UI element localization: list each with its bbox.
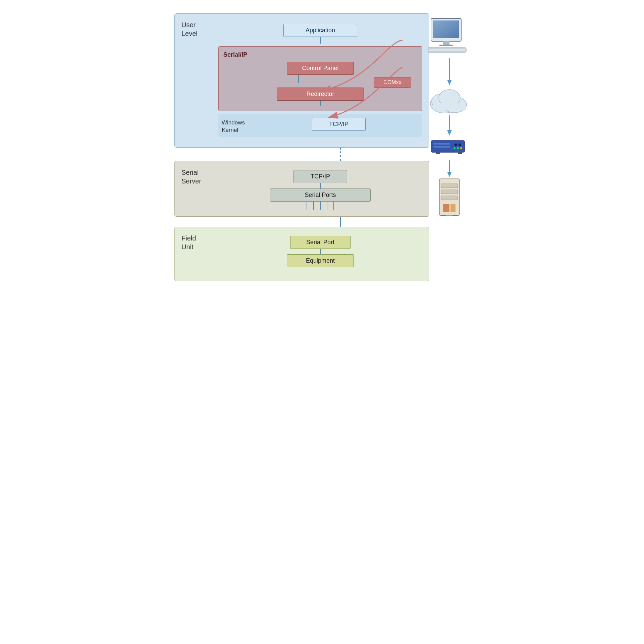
svg-rect-31: [441, 196, 458, 200]
svg-rect-13: [433, 103, 466, 110]
multi-connector-2: [313, 202, 314, 210]
arrow-cloud-to-router: [444, 115, 454, 136]
svg-rect-4: [439, 45, 453, 46]
serial-ports-box: Serial Ports: [270, 189, 371, 202]
tcpip-server-box: TCP/IP: [293, 170, 347, 183]
router-icon: [429, 136, 470, 159]
multi-connector-3: [320, 202, 321, 210]
right-panel: [413, 17, 486, 219]
arrow-computer-to-cloud: [444, 58, 454, 85]
svg-rect-2: [433, 20, 459, 38]
svg-rect-18: [433, 146, 450, 148]
control-panel-box: Control Panel: [287, 62, 354, 75]
svg-rect-33: [450, 204, 455, 212]
connector-serial-port-to-equipment: [320, 249, 321, 254]
svg-rect-29: [441, 184, 458, 188]
tcpip-windows-content: TCP/IP: [259, 118, 419, 131]
equipment-box: Equipment: [287, 254, 354, 267]
server-cabinet-icon: [434, 177, 465, 219]
serial-port-box: Serial Port: [290, 236, 351, 249]
serialip-region: Serial/IP Control Panel COMxx R: [218, 46, 422, 111]
svg-rect-17: [433, 143, 450, 145]
connector-server-to-field: [340, 217, 341, 227]
svg-rect-20: [459, 144, 461, 146]
cloud-icon: [426, 85, 473, 115]
svg-rect-25: [458, 152, 462, 154]
svg-rect-35: [452, 215, 458, 216]
dashed-connector: [340, 148, 341, 161]
svg-point-21: [453, 147, 455, 149]
svg-rect-3: [443, 41, 449, 45]
user-level-layer: User Level Application Serial/IP Control…: [174, 13, 429, 148]
computer-icon: [428, 17, 471, 55]
multi-connector-4: [327, 202, 327, 210]
arrow-router-to-server: [444, 160, 454, 177]
windows-kernel-label: Windows Kernel: [222, 118, 259, 134]
svg-point-23: [460, 147, 462, 149]
svg-rect-24: [436, 152, 440, 154]
svg-point-22: [457, 147, 459, 149]
svg-rect-6: [429, 49, 465, 51]
field-unit-layer: Field Unit Serial Port Equipment: [174, 227, 429, 281]
windows-kernel-section: Windows Kernel TCP/IP: [218, 114, 422, 137]
redirector-box: Redirector: [277, 88, 364, 101]
multi-connector-1: [307, 202, 307, 210]
serialip-label: Serial/IP: [223, 51, 417, 58]
serial-server-label: Serial Server: [181, 168, 218, 185]
svg-marker-27: [447, 172, 452, 177]
svg-rect-19: [454, 144, 457, 146]
tcpip-windows-box: TCP/IP: [312, 118, 366, 131]
connector-cp-to-redirector: [298, 75, 299, 83]
application-box: Application: [283, 24, 357, 37]
svg-rect-34: [441, 215, 446, 216]
serial-server-layer: Serial Server TCP/IP Serial Ports: [174, 161, 429, 217]
multi-connector-5: [333, 202, 334, 210]
comxx-box: COMxx: [374, 77, 411, 88]
svg-marker-15: [447, 130, 452, 136]
connector-tcpip-serialports: [320, 183, 321, 189]
connector-app-to-serialip: [320, 37, 321, 44]
svg-rect-32: [443, 204, 449, 212]
svg-rect-30: [441, 190, 458, 194]
connector-redirector-to-tcpip: [320, 101, 321, 106]
field-unit-label: Field Unit: [181, 234, 218, 251]
svg-marker-8: [447, 80, 452, 85]
user-level-label: User Level: [181, 20, 218, 38]
